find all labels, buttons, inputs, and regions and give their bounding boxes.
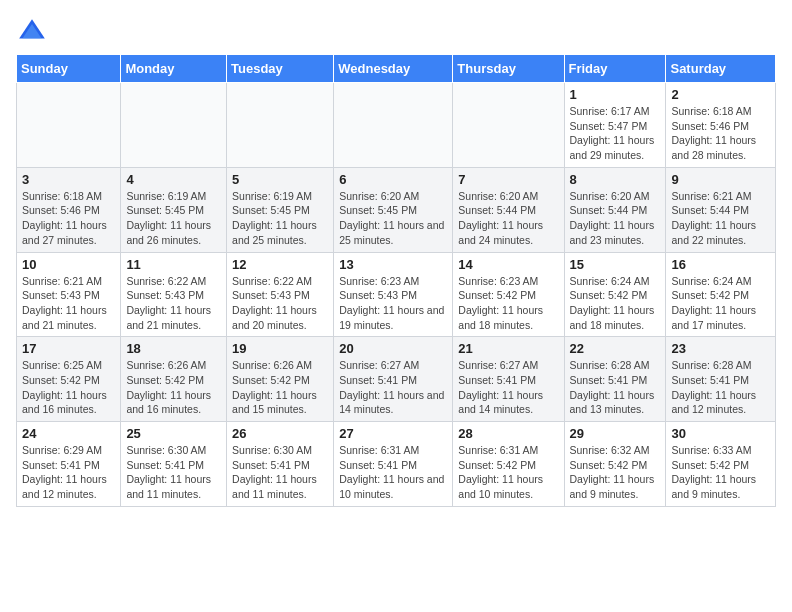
day-info: Sunrise: 6:33 AM Sunset: 5:42 PM Dayligh… bbox=[671, 443, 770, 502]
calendar-cell: 1Sunrise: 6:17 AM Sunset: 5:47 PM Daylig… bbox=[564, 83, 666, 168]
day-info: Sunrise: 6:30 AM Sunset: 5:41 PM Dayligh… bbox=[126, 443, 221, 502]
day-info: Sunrise: 6:21 AM Sunset: 5:43 PM Dayligh… bbox=[22, 274, 115, 333]
calendar-cell: 16Sunrise: 6:24 AM Sunset: 5:42 PM Dayli… bbox=[666, 252, 776, 337]
day-info: Sunrise: 6:17 AM Sunset: 5:47 PM Dayligh… bbox=[570, 104, 661, 163]
calendar-cell bbox=[121, 83, 227, 168]
day-info: Sunrise: 6:27 AM Sunset: 5:41 PM Dayligh… bbox=[339, 358, 447, 417]
calendar-cell: 28Sunrise: 6:31 AM Sunset: 5:42 PM Dayli… bbox=[453, 422, 564, 507]
calendar-cell: 27Sunrise: 6:31 AM Sunset: 5:41 PM Dayli… bbox=[334, 422, 453, 507]
day-number: 13 bbox=[339, 257, 447, 272]
day-info: Sunrise: 6:25 AM Sunset: 5:42 PM Dayligh… bbox=[22, 358, 115, 417]
calendar-cell: 5Sunrise: 6:19 AM Sunset: 5:45 PM Daylig… bbox=[227, 167, 334, 252]
day-info: Sunrise: 6:32 AM Sunset: 5:42 PM Dayligh… bbox=[570, 443, 661, 502]
calendar-cell bbox=[453, 83, 564, 168]
day-number: 30 bbox=[671, 426, 770, 441]
day-number: 15 bbox=[570, 257, 661, 272]
calendar-week-1: 3Sunrise: 6:18 AM Sunset: 5:46 PM Daylig… bbox=[17, 167, 776, 252]
calendar-cell: 2Sunrise: 6:18 AM Sunset: 5:46 PM Daylig… bbox=[666, 83, 776, 168]
day-info: Sunrise: 6:20 AM Sunset: 5:44 PM Dayligh… bbox=[570, 189, 661, 248]
calendar-cell: 25Sunrise: 6:30 AM Sunset: 5:41 PM Dayli… bbox=[121, 422, 227, 507]
calendar-cell: 22Sunrise: 6:28 AM Sunset: 5:41 PM Dayli… bbox=[564, 337, 666, 422]
day-number: 14 bbox=[458, 257, 558, 272]
day-info: Sunrise: 6:22 AM Sunset: 5:43 PM Dayligh… bbox=[232, 274, 328, 333]
calendar-cell: 20Sunrise: 6:27 AM Sunset: 5:41 PM Dayli… bbox=[334, 337, 453, 422]
day-number: 19 bbox=[232, 341, 328, 356]
day-number: 3 bbox=[22, 172, 115, 187]
day-info: Sunrise: 6:20 AM Sunset: 5:45 PM Dayligh… bbox=[339, 189, 447, 248]
calendar-cell: 23Sunrise: 6:28 AM Sunset: 5:41 PM Dayli… bbox=[666, 337, 776, 422]
day-info: Sunrise: 6:19 AM Sunset: 5:45 PM Dayligh… bbox=[232, 189, 328, 248]
day-number: 12 bbox=[232, 257, 328, 272]
calendar-cell bbox=[227, 83, 334, 168]
day-info: Sunrise: 6:22 AM Sunset: 5:43 PM Dayligh… bbox=[126, 274, 221, 333]
calendar-cell bbox=[17, 83, 121, 168]
day-info: Sunrise: 6:28 AM Sunset: 5:41 PM Dayligh… bbox=[570, 358, 661, 417]
day-number: 4 bbox=[126, 172, 221, 187]
day-header-tuesday: Tuesday bbox=[227, 55, 334, 83]
day-info: Sunrise: 6:24 AM Sunset: 5:42 PM Dayligh… bbox=[671, 274, 770, 333]
day-number: 22 bbox=[570, 341, 661, 356]
calendar-cell: 24Sunrise: 6:29 AM Sunset: 5:41 PM Dayli… bbox=[17, 422, 121, 507]
day-header-wednesday: Wednesday bbox=[334, 55, 453, 83]
calendar-cell: 3Sunrise: 6:18 AM Sunset: 5:46 PM Daylig… bbox=[17, 167, 121, 252]
day-header-thursday: Thursday bbox=[453, 55, 564, 83]
day-number: 18 bbox=[126, 341, 221, 356]
calendar-cell: 7Sunrise: 6:20 AM Sunset: 5:44 PM Daylig… bbox=[453, 167, 564, 252]
day-number: 24 bbox=[22, 426, 115, 441]
day-info: Sunrise: 6:18 AM Sunset: 5:46 PM Dayligh… bbox=[22, 189, 115, 248]
calendar-table: SundayMondayTuesdayWednesdayThursdayFrid… bbox=[16, 54, 776, 507]
day-info: Sunrise: 6:23 AM Sunset: 5:43 PM Dayligh… bbox=[339, 274, 447, 333]
calendar-week-0: 1Sunrise: 6:17 AM Sunset: 5:47 PM Daylig… bbox=[17, 83, 776, 168]
day-number: 17 bbox=[22, 341, 115, 356]
calendar-cell: 6Sunrise: 6:20 AM Sunset: 5:45 PM Daylig… bbox=[334, 167, 453, 252]
day-number: 8 bbox=[570, 172, 661, 187]
calendar-cell: 14Sunrise: 6:23 AM Sunset: 5:42 PM Dayli… bbox=[453, 252, 564, 337]
calendar-week-2: 10Sunrise: 6:21 AM Sunset: 5:43 PM Dayli… bbox=[17, 252, 776, 337]
day-number: 21 bbox=[458, 341, 558, 356]
day-info: Sunrise: 6:19 AM Sunset: 5:45 PM Dayligh… bbox=[126, 189, 221, 248]
day-info: Sunrise: 6:23 AM Sunset: 5:42 PM Dayligh… bbox=[458, 274, 558, 333]
day-header-saturday: Saturday bbox=[666, 55, 776, 83]
day-number: 6 bbox=[339, 172, 447, 187]
calendar-cell bbox=[334, 83, 453, 168]
day-info: Sunrise: 6:28 AM Sunset: 5:41 PM Dayligh… bbox=[671, 358, 770, 417]
day-info: Sunrise: 6:18 AM Sunset: 5:46 PM Dayligh… bbox=[671, 104, 770, 163]
logo bbox=[16, 16, 52, 48]
calendar-header: SundayMondayTuesdayWednesdayThursdayFrid… bbox=[17, 55, 776, 83]
day-info: Sunrise: 6:30 AM Sunset: 5:41 PM Dayligh… bbox=[232, 443, 328, 502]
calendar-cell: 9Sunrise: 6:21 AM Sunset: 5:44 PM Daylig… bbox=[666, 167, 776, 252]
day-info: Sunrise: 6:31 AM Sunset: 5:41 PM Dayligh… bbox=[339, 443, 447, 502]
day-number: 29 bbox=[570, 426, 661, 441]
day-number: 5 bbox=[232, 172, 328, 187]
calendar-cell: 21Sunrise: 6:27 AM Sunset: 5:41 PM Dayli… bbox=[453, 337, 564, 422]
day-number: 1 bbox=[570, 87, 661, 102]
logo-icon bbox=[16, 16, 48, 48]
day-info: Sunrise: 6:27 AM Sunset: 5:41 PM Dayligh… bbox=[458, 358, 558, 417]
day-header-monday: Monday bbox=[121, 55, 227, 83]
day-number: 28 bbox=[458, 426, 558, 441]
day-number: 10 bbox=[22, 257, 115, 272]
day-number: 20 bbox=[339, 341, 447, 356]
calendar-cell: 11Sunrise: 6:22 AM Sunset: 5:43 PM Dayli… bbox=[121, 252, 227, 337]
day-header-sunday: Sunday bbox=[17, 55, 121, 83]
day-number: 7 bbox=[458, 172, 558, 187]
day-number: 16 bbox=[671, 257, 770, 272]
day-number: 9 bbox=[671, 172, 770, 187]
calendar-cell: 10Sunrise: 6:21 AM Sunset: 5:43 PM Dayli… bbox=[17, 252, 121, 337]
calendar-cell: 30Sunrise: 6:33 AM Sunset: 5:42 PM Dayli… bbox=[666, 422, 776, 507]
calendar-cell: 29Sunrise: 6:32 AM Sunset: 5:42 PM Dayli… bbox=[564, 422, 666, 507]
day-info: Sunrise: 6:26 AM Sunset: 5:42 PM Dayligh… bbox=[232, 358, 328, 417]
day-number: 11 bbox=[126, 257, 221, 272]
calendar-week-3: 17Sunrise: 6:25 AM Sunset: 5:42 PM Dayli… bbox=[17, 337, 776, 422]
day-number: 25 bbox=[126, 426, 221, 441]
day-info: Sunrise: 6:31 AM Sunset: 5:42 PM Dayligh… bbox=[458, 443, 558, 502]
calendar-week-4: 24Sunrise: 6:29 AM Sunset: 5:41 PM Dayli… bbox=[17, 422, 776, 507]
day-info: Sunrise: 6:29 AM Sunset: 5:41 PM Dayligh… bbox=[22, 443, 115, 502]
calendar-cell: 26Sunrise: 6:30 AM Sunset: 5:41 PM Dayli… bbox=[227, 422, 334, 507]
calendar-cell: 18Sunrise: 6:26 AM Sunset: 5:42 PM Dayli… bbox=[121, 337, 227, 422]
calendar-cell: 19Sunrise: 6:26 AM Sunset: 5:42 PM Dayli… bbox=[227, 337, 334, 422]
header bbox=[16, 16, 776, 48]
calendar-cell: 13Sunrise: 6:23 AM Sunset: 5:43 PM Dayli… bbox=[334, 252, 453, 337]
day-info: Sunrise: 6:21 AM Sunset: 5:44 PM Dayligh… bbox=[671, 189, 770, 248]
day-info: Sunrise: 6:26 AM Sunset: 5:42 PM Dayligh… bbox=[126, 358, 221, 417]
